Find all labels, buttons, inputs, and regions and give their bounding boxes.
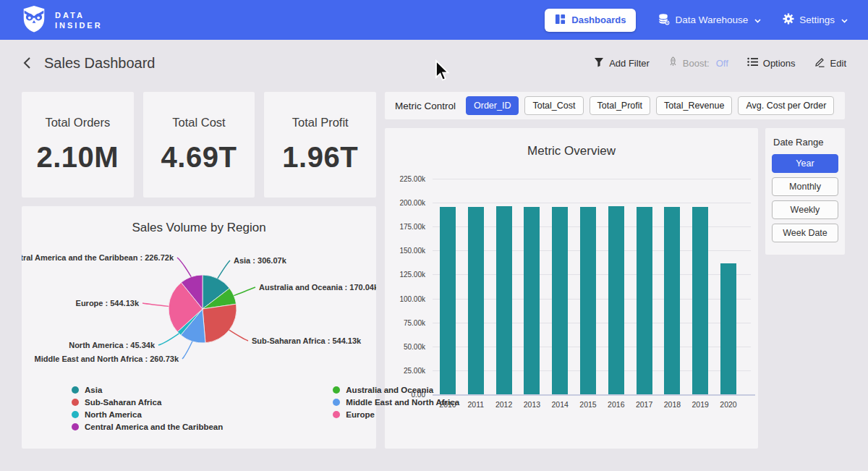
pie-chart-legend: AsiaSub-Saharan AfricaNorth AmericaCentr… bbox=[72, 386, 459, 431]
options-button[interactable]: Options bbox=[747, 57, 796, 69]
chevron-down-icon bbox=[754, 14, 761, 25]
pie-legend-label: North America bbox=[85, 410, 142, 419]
date-range-button[interactable]: Monthly bbox=[772, 177, 838, 196]
pie-legend-label: Asia bbox=[85, 386, 102, 394]
pie-legend-item[interactable]: Australia and Oceania bbox=[333, 386, 459, 394]
pie-legend-label: Australia and Oceania bbox=[346, 386, 433, 394]
date-range-button[interactable]: Weekly bbox=[772, 200, 838, 219]
x-axis-tick-label: 2011 bbox=[461, 400, 490, 409]
kpi-row: Total Orders2.10MTotal Cost4.69TTotal Pr… bbox=[22, 92, 376, 198]
owl-logo-icon bbox=[20, 4, 48, 36]
pie-legend-item[interactable]: Sub-Saharan Africa bbox=[72, 398, 223, 407]
y-axis-tick-label: 150.00k bbox=[385, 247, 425, 255]
brand-logo[interactable]: DATA INSIDER bbox=[20, 4, 103, 36]
nav-settings[interactable]: Settings bbox=[783, 13, 848, 27]
boost-state: Off bbox=[716, 58, 728, 69]
nav-settings-label: Settings bbox=[799, 14, 835, 25]
y-axis-tick-label: 175.00k bbox=[385, 223, 425, 231]
pie-legend-item[interactable]: Asia bbox=[72, 386, 223, 394]
bar bbox=[720, 263, 736, 394]
date-range-panel: Date Range YearMonthlyWeeklyWeek Date bbox=[765, 128, 845, 255]
date-range-button[interactable]: Year bbox=[772, 154, 838, 173]
pie-legend-item[interactable]: Europe bbox=[333, 410, 459, 419]
pie-slice-label: Asia : 306.07k bbox=[234, 256, 287, 265]
x-axis-tick-label: 2012 bbox=[490, 400, 519, 409]
bar bbox=[468, 207, 484, 394]
kpi-card: Total Orders2.10M bbox=[22, 92, 134, 198]
metric-control-label: Metric Control bbox=[395, 101, 456, 111]
bar bbox=[637, 207, 652, 394]
y-axis-tick-label: 25.00k bbox=[385, 367, 425, 375]
pie-legend-label: Europe bbox=[346, 410, 375, 419]
date-range-buttons: YearMonthlyWeeklyWeek Date bbox=[772, 154, 838, 242]
top-navbar: DATA INSIDER Dashboards bbox=[0, 0, 868, 40]
y-axis-tick-label: 50.00k bbox=[385, 343, 425, 351]
pie-slice-label: North America : 45.34k bbox=[69, 341, 156, 349]
kpi-label: Total Orders bbox=[45, 116, 110, 130]
x-axis-tick-label: 2013 bbox=[517, 400, 546, 409]
brand-line1: DATA bbox=[55, 10, 103, 20]
kpi-value: 4.69T bbox=[161, 141, 237, 174]
y-axis-tick-label: 125.00k bbox=[385, 271, 425, 279]
metric-buttons: Order_IDTotal_CostTotal_ProfitTotal_Reve… bbox=[466, 96, 834, 115]
legend-dot bbox=[72, 411, 79, 418]
metric-option-button[interactable]: Order_ID bbox=[466, 96, 519, 115]
bar bbox=[608, 206, 624, 394]
back-button[interactable] bbox=[22, 55, 33, 71]
x-axis-tick-label: 2015 bbox=[574, 400, 603, 409]
legend-dot bbox=[72, 386, 79, 394]
page-title: Sales Dashboard bbox=[44, 55, 155, 72]
pie-leader-line bbox=[182, 341, 192, 359]
x-axis-line bbox=[433, 394, 755, 396]
x-axis-tick-label: 2016 bbox=[602, 400, 631, 409]
legend-dot bbox=[72, 423, 79, 430]
pie-leader-line bbox=[229, 330, 248, 341]
edit-label: Edit bbox=[830, 58, 846, 69]
pie-legend-column: AsiaSub-Saharan AfricaNorth AmericaCentr… bbox=[72, 386, 223, 431]
pie-legend-item[interactable]: Central America and the Caribbean bbox=[72, 423, 223, 431]
x-axis-tick-label: 2014 bbox=[545, 400, 574, 409]
bar bbox=[552, 207, 568, 394]
nav-data-warehouse[interactable]: Data Warehouse bbox=[658, 13, 761, 27]
y-axis-tick-label: 225.00k bbox=[385, 175, 425, 183]
rocket-icon bbox=[668, 56, 678, 69]
pie-slice-label: Central America and the Caribbean : 226.… bbox=[22, 253, 174, 262]
brand-line2: INSIDER bbox=[55, 20, 103, 30]
chevron-down-icon bbox=[841, 14, 848, 25]
x-axis-tick-label: 2020 bbox=[714, 400, 743, 409]
gridline bbox=[433, 179, 751, 179]
pie-legend-label: Central America and the Caribbean bbox=[85, 423, 223, 431]
nav-data-warehouse-label: Data Warehouse bbox=[675, 14, 748, 25]
pie-legend-item[interactable]: Middle East and North Africa bbox=[333, 398, 459, 407]
pie-slice-label: Europe : 544.13k bbox=[76, 299, 140, 307]
boost-toggle[interactable]: Boost: Off bbox=[668, 56, 728, 69]
kpi-label: Total Cost bbox=[172, 116, 225, 130]
legend-dot bbox=[333, 399, 340, 406]
boost-label: Boost: bbox=[683, 58, 710, 69]
pie-slice-label: Middle East and North Africa : 260.73k bbox=[35, 355, 179, 363]
nav-dashboards-button[interactable]: Dashboards bbox=[545, 9, 636, 32]
metric-option-button[interactable]: Avg. Cost per Order bbox=[738, 96, 834, 115]
gridline bbox=[433, 203, 751, 203]
metric-option-button[interactable]: Total_Cost bbox=[524, 96, 583, 115]
gear-icon bbox=[783, 13, 794, 27]
legend-dot bbox=[72, 399, 79, 406]
nav-dashboards-label: Dashboards bbox=[571, 14, 626, 25]
kpi-card: Total Cost4.69T bbox=[143, 92, 255, 198]
pie-legend-label: Sub-Saharan Africa bbox=[85, 398, 161, 407]
pie-legend-item[interactable]: North America bbox=[72, 410, 223, 419]
kpi-value: 2.10M bbox=[37, 141, 119, 174]
metric-option-button[interactable]: Total_Profit bbox=[590, 96, 651, 115]
date-range-button[interactable]: Week Date bbox=[772, 224, 838, 242]
add-filter-button[interactable]: Add Filter bbox=[594, 57, 650, 69]
y-axis-tick-label: 200.00k bbox=[385, 199, 425, 207]
kpi-label: Total Profit bbox=[292, 116, 349, 130]
bar bbox=[440, 207, 456, 394]
dashboard-grid-icon bbox=[555, 14, 566, 27]
x-axis-tick-label: 2019 bbox=[686, 400, 715, 409]
pie-leader-line bbox=[218, 260, 230, 279]
options-label: Options bbox=[763, 58, 796, 69]
metric-option-button[interactable]: Total_Revenue bbox=[656, 96, 732, 115]
pie-legend-column: Australia and OceaniaMiddle East and Nor… bbox=[333, 386, 459, 431]
edit-button[interactable]: Edit bbox=[814, 56, 846, 69]
